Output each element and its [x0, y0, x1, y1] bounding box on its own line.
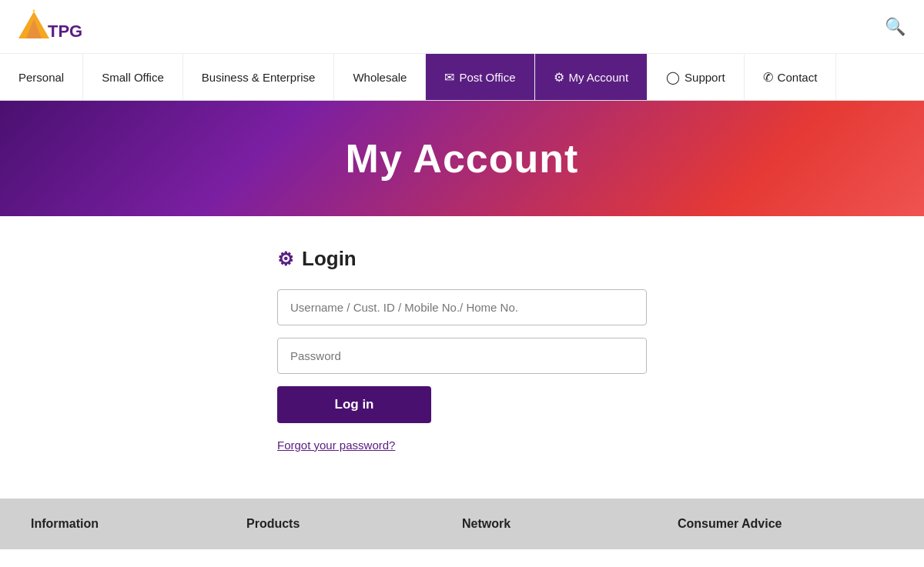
- nav-label-my-account: My Account: [569, 71, 629, 84]
- nav-label-wholesale: Wholesale: [353, 71, 407, 84]
- footer-heading-network: Network: [462, 517, 511, 530]
- footer-col-network: Network: [462, 517, 678, 531]
- login-section: ⚙ Login Log in Forgot your password?: [277, 247, 647, 452]
- hero-title: My Account: [346, 135, 579, 182]
- site-header: TPG 🔍: [0, 0, 924, 54]
- mail-icon: ✉: [444, 70, 454, 85]
- hero-banner: My Account: [0, 101, 924, 216]
- forgot-password-link[interactable]: Forgot your password?: [277, 439, 395, 452]
- login-heading-text: Login: [302, 247, 357, 271]
- footer-heading-information: Information: [31, 517, 99, 530]
- header-right: 🔍: [885, 17, 906, 37]
- footer-col-products: Products: [246, 517, 462, 531]
- phone-icon: ✆: [763, 70, 773, 85]
- nav-label-personal: Personal: [18, 71, 64, 84]
- password-input[interactable]: [277, 338, 647, 374]
- nav-item-personal[interactable]: Personal: [0, 54, 83, 100]
- nav-item-support[interactable]: ◯ Support: [648, 54, 745, 100]
- username-input[interactable]: [277, 289, 647, 325]
- main-nav: Personal Small Office Business & Enterpr…: [0, 54, 924, 101]
- nav-label-post-office: Post Office: [459, 71, 515, 84]
- nav-item-my-account[interactable]: ⚙ My Account: [535, 54, 648, 100]
- nav-item-wholesale[interactable]: Wholesale: [334, 54, 426, 100]
- footer-heading-products: Products: [246, 517, 300, 530]
- svg-marker-2: [32, 9, 35, 12]
- footer-col-information: Information: [31, 517, 246, 531]
- globe-icon: ◯: [666, 70, 680, 85]
- login-button[interactable]: Log in: [277, 386, 431, 423]
- logo-area[interactable]: TPG: [18, 8, 88, 46]
- main-content: ⚙ Login Log in Forgot your password?: [0, 216, 924, 499]
- svg-text:TPG: TPG: [48, 22, 82, 41]
- nav-label-small-office: Small Office: [102, 71, 164, 84]
- login-gear-icon: ⚙: [277, 248, 294, 270]
- nav-label-support: Support: [685, 71, 725, 84]
- nav-item-contact[interactable]: ✆ Contact: [745, 54, 837, 100]
- nav-item-small-office[interactable]: Small Office: [83, 54, 183, 100]
- nav-item-post-office[interactable]: ✉ Post Office: [426, 54, 534, 100]
- search-button[interactable]: 🔍: [885, 17, 906, 37]
- footer-col-consumer-advice: Consumer Advice: [678, 517, 893, 531]
- gear-nav-icon: ⚙: [554, 70, 564, 85]
- tpg-logo[interactable]: TPG: [18, 8, 88, 46]
- nav-label-business-enterprise: Business & Enterprise: [202, 71, 316, 84]
- site-footer: Information Products Network Consumer Ad…: [0, 499, 924, 549]
- nav-item-business-enterprise[interactable]: Business & Enterprise: [183, 54, 335, 100]
- login-heading: ⚙ Login: [277, 247, 647, 271]
- nav-label-contact: Contact: [778, 71, 818, 84]
- footer-heading-consumer-advice: Consumer Advice: [678, 517, 782, 530]
- search-icon: 🔍: [885, 17, 906, 36]
